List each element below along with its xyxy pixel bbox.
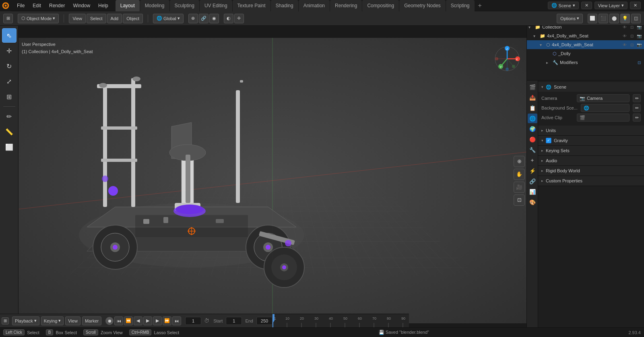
add-workspace-tab[interactable]: + <box>475 0 485 11</box>
add-cube-btn[interactable]: ⬜ <box>2 140 17 154</box>
close-scene-btn[interactable]: ✕ <box>581 2 592 9</box>
menu-help[interactable]: Help <box>94 1 112 10</box>
annotate-btn[interactable]: ✏ <box>2 109 17 124</box>
visibility-toggle2[interactable]: 👁 <box>621 33 628 39</box>
render-toggle3[interactable]: 📷 <box>636 41 642 48</box>
transform-space-btn[interactable]: 🌐 Global ▾ <box>153 14 184 23</box>
wireframe-shading-btn[interactable]: ⬜ <box>588 14 597 23</box>
view-layer-tab[interactable]: 📋 <box>528 103 537 113</box>
scene-selector[interactable]: 🌐 Scene ▾ <box>548 2 579 9</box>
physics-tab[interactable]: ⚡ <box>528 166 537 176</box>
prev-frame-btn[interactable]: ⏪ <box>124 316 133 325</box>
record-btn[interactable]: ⏺ <box>105 317 114 325</box>
outliner-item-modifiers[interactable]: ▸ 🔧 Modifiers ⊡ <box>527 58 644 67</box>
tab-compositing[interactable]: Compositing <box>362 0 399 11</box>
render-tab[interactable]: 🎬 <box>528 82 537 92</box>
mode-selector[interactable]: ⬡ Object Mode ▾ <box>18 14 59 23</box>
audio-header[interactable]: ▸ Audio <box>538 156 644 165</box>
rendered-shading-btn[interactable]: 💡 <box>620 14 630 23</box>
next-keyframe-btn[interactable]: ▶ <box>153 316 162 325</box>
snap-btn[interactable]: ⊕ <box>188 14 198 23</box>
viewport-3d[interactable]: User Perspective (1) Collection | 4x4_Do… <box>19 38 526 323</box>
particles-tab[interactable]: ✦ <box>528 155 537 165</box>
render-toggle2[interactable]: 📷 <box>636 33 642 39</box>
scene-section-header[interactable]: ▾ 🌐 Scene <box>538 82 644 92</box>
tab-scripting[interactable]: Scripting <box>446 0 475 11</box>
editor-type-btn[interactable]: ⊞ <box>3 14 13 23</box>
tab-layout[interactable]: Layout <box>116 0 140 11</box>
navigation-gizmo[interactable]: X Y Z <box>493 44 522 73</box>
tab-uv-editing[interactable]: UV Editing <box>200 0 232 11</box>
camera-value[interactable]: 📷 Camera <box>577 94 630 102</box>
select-menu-btn[interactable]: Select <box>87 14 106 23</box>
menu-file[interactable]: File <box>13 1 29 10</box>
constraints-tab[interactable]: 🔗 <box>528 176 537 186</box>
jump-start-btn[interactable]: ⏮ <box>114 316 123 325</box>
menu-edit[interactable]: Edit <box>29 1 45 10</box>
view-layer-selector[interactable]: View Layer ▾ <box>594 2 627 9</box>
view-menu-btn[interactable]: View <box>69 14 86 23</box>
tab-sculpting[interactable]: Sculpting <box>170 0 199 11</box>
timeline-ruler[interactable]: 1 10 20 30 40 50 60 70 80 90 <box>272 314 409 328</box>
world-tab[interactable]: 🌍 <box>528 124 537 134</box>
jump-end-btn[interactable]: ⏭ <box>172 316 181 325</box>
gizmo-btn[interactable]: ✛ <box>234 14 244 23</box>
menu-render[interactable]: Render <box>45 1 69 10</box>
keying-dropdown[interactable]: Keying ▾ <box>41 316 64 325</box>
active-clip-edit-btn[interactable]: ✏ <box>633 114 641 122</box>
material-tab[interactable]: 🎨 <box>528 197 537 207</box>
modifier-viewport-vis[interactable]: ⊡ <box>636 59 642 66</box>
tab-shading[interactable]: Shading <box>271 0 298 11</box>
object-menu-btn[interactable]: Object <box>123 14 143 23</box>
options-btn[interactable]: Options ▾ <box>557 14 583 23</box>
proportional-btn[interactable]: ◉ <box>209 14 219 23</box>
playback-dropdown[interactable]: Playback ▾ <box>12 316 39 325</box>
zoom-in-btn[interactable]: ⊕ <box>514 156 525 167</box>
prev-keyframe-btn[interactable]: ◀ <box>134 316 142 325</box>
tab-animation[interactable]: Animation <box>299 0 330 11</box>
marker-dropdown[interactable]: Marker <box>82 316 101 325</box>
material-shading-btn[interactable]: ⬤ <box>609 14 619 23</box>
camera-edit-btn[interactable]: ✏ <box>633 94 641 102</box>
overlay-btn[interactable]: ◐ <box>224 14 233 23</box>
magnet-btn[interactable]: 🔗 <box>199 14 208 23</box>
move-tool-btn[interactable]: ✛ <box>2 43 17 58</box>
keying-sets-header[interactable]: ▸ Keying Sets <box>538 146 644 155</box>
add-menu-btn[interactable]: Add <box>107 14 122 23</box>
pan-btn[interactable]: ✋ <box>514 169 525 180</box>
tab-texture-paint[interactable]: Texture Paint <box>233 0 270 11</box>
scene-tab[interactable]: 🌐 <box>528 114 537 123</box>
bg-scene-value[interactable]: 🌐 <box>581 104 630 112</box>
outliner-item-dolly[interactable]: ▸ ⬡ _Dolly <box>527 49 644 58</box>
menu-window[interactable]: Window <box>69 1 94 10</box>
tab-modeling[interactable]: Modeling <box>140 0 169 11</box>
select-tool-btn[interactable]: ⇖ <box>2 28 17 43</box>
viewport-toggle2[interactable]: ⊡ <box>629 33 635 39</box>
solid-shading-btn[interactable]: ⬛ <box>599 14 608 23</box>
bg-scene-edit-btn[interactable]: ✏ <box>633 104 641 112</box>
gravity-checkbox[interactable]: ✓ <box>546 138 551 143</box>
transform-tool-btn[interactable]: ⊞ <box>2 89 17 104</box>
play-btn[interactable]: ▶ <box>143 316 152 325</box>
scale-tool-btn[interactable]: ⤢ <box>2 74 17 89</box>
timeline-menu-btn[interactable]: ⊞ <box>2 317 9 325</box>
next-frame-btn[interactable]: ⏩ <box>163 316 171 325</box>
view-dropdown[interactable]: View <box>65 316 80 325</box>
data-tab[interactable]: 📊 <box>528 187 537 196</box>
outliner-item-dolly-obj[interactable]: ▾ ⬡ 4x4_Dolly_with_Seat 👁 ⊡ 📷 <box>527 40 644 49</box>
tab-rendering[interactable]: Rendering <box>330 0 362 11</box>
end-frame-input[interactable] <box>256 317 272 325</box>
measure-btn[interactable]: 📏 <box>2 124 17 139</box>
rigid-body-header[interactable]: ▸ Rigid Body World <box>538 166 644 176</box>
custom-props-header[interactable]: ▸ Custom Properties <box>538 176 644 186</box>
tab-geometry-nodes[interactable]: Geometry Nodes <box>399 0 446 11</box>
modifier-tab[interactable]: 🔧 <box>528 145 537 155</box>
output-tab[interactable]: 📤 <box>528 93 537 102</box>
outliner-item-dolly-collection[interactable]: ▾ 📁 4x4_Dolly_with_Seat 👁 ⊡ 📷 <box>527 31 644 40</box>
orthographic-btn[interactable]: ⊡ <box>514 194 525 206</box>
gravity-header[interactable]: ▾ ✓ Gravity <box>538 136 644 145</box>
view-layer-options[interactable]: ✕ <box>630 2 641 9</box>
xray-btn[interactable]: ◫ <box>631 14 641 23</box>
visibility-toggle3[interactable]: 👁 <box>621 41 628 48</box>
viewport-toggle3[interactable]: ⊡ <box>629 41 635 48</box>
